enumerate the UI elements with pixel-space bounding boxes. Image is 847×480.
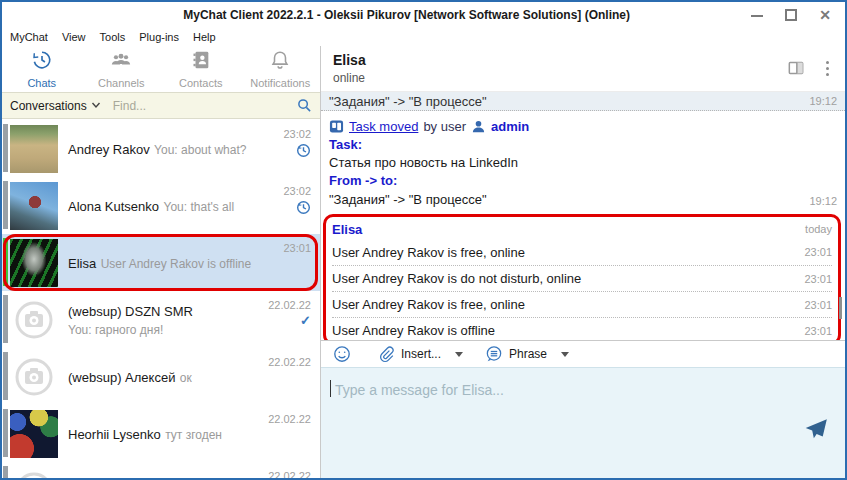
more-menu-icon[interactable] <box>824 59 831 78</box>
menu-bar: MyChat View Tools Plug-ins Help <box>2 27 845 46</box>
avatar <box>10 296 58 344</box>
insert-button[interactable]: Insert... <box>377 345 441 363</box>
conversation-preview: User Andrey Rakov is offline <box>101 257 252 271</box>
search-input[interactable]: Find... <box>113 99 297 113</box>
search-bar: Conversations Find... <box>2 92 320 119</box>
conversation-name: (websup) DSZN SMR <box>68 475 193 479</box>
status-message-text: User Andrey Rakov is free, online <box>332 245 804 260</box>
phrase-button[interactable]: Phrase <box>485 345 547 363</box>
camera-icon <box>10 467 58 479</box>
address-book-icon <box>190 49 212 75</box>
status-strip <box>3 295 8 343</box>
conversation-name: (websup) DSZN SMR <box>68 304 193 319</box>
conversation-preview: You: that's all <box>164 200 235 214</box>
conversation-item[interactable]: (websup) DSZN SMR You: гарного дня! 22.0… <box>2 291 320 348</box>
menu-help[interactable]: Help <box>193 31 216 43</box>
conversation-preview: You: гарного дня! <box>68 323 163 337</box>
task-moved-link[interactable]: Task moved <box>349 119 418 134</box>
insert-label: Insert... <box>401 347 441 361</box>
tab-channels[interactable]: Channels <box>82 46 162 92</box>
user-icon <box>471 119 486 134</box>
phrase-label: Phrase <box>509 347 547 361</box>
app-window: MyChat Client 2022.2.1 - Oleksii Pikurov… <box>0 0 847 480</box>
conversation-name: Heorhii Lysenko <box>68 427 161 442</box>
message-time: 19:12 <box>809 95 837 107</box>
bell-icon <box>269 49 291 75</box>
insert-dropdown-icon[interactable] <box>455 352 463 357</box>
scrollbar-thumb[interactable] <box>839 297 842 319</box>
fromto-label: From -> to: <box>329 173 837 191</box>
tab-chats[interactable]: Chats <box>2 46 82 92</box>
conversation-preview: You: about what? <box>154 143 246 157</box>
avatar <box>10 125 58 173</box>
chevron-down-icon <box>91 99 101 113</box>
task-label: Task: <box>329 137 837 155</box>
conversation-name: Andrey Rakov <box>68 142 150 157</box>
chat-header: Elisa online <box>321 46 845 92</box>
status-strip <box>3 352 8 400</box>
people-group-icon <box>110 49 132 75</box>
pending-clock-icon <box>296 143 311 158</box>
split-panel-icon[interactable] <box>786 58 806 78</box>
message-time: 23:01 <box>804 325 832 337</box>
status-message-text: User Andrey Rakov is do not disturb, onl… <box>332 271 804 286</box>
conversation-list: Andrey Rakov You: about what? 23:02 ✓ Al… <box>2 120 320 478</box>
chat-panel: Elisa online "Задания" -> "В процессе" 1… <box>320 46 845 478</box>
tab-contacts-label: Contacts <box>179 77 222 89</box>
conversation-time: 22.02.22 <box>268 299 311 311</box>
status-strip <box>3 124 8 172</box>
task-event-message: Task moved by user admin Task: Статья пр… <box>321 111 845 212</box>
message-input[interactable]: Type a message for Elisa... <box>321 367 845 478</box>
message-time: 23:01 <box>804 246 832 258</box>
conversation-time: 23:01 <box>283 242 311 254</box>
status-message-text: User Andrey Rakov is free, online <box>332 297 804 312</box>
conversation-item[interactable]: Alona Kutsenko You: that's all 23:02 ✓ <box>2 177 320 234</box>
avatar <box>10 353 58 401</box>
conversation-name: Elisa <box>68 256 96 271</box>
conversation-time: 22.02.22 <box>268 470 311 478</box>
menu-plugins[interactable]: Plug-ins <box>139 31 179 43</box>
message-time: 23:01 <box>804 273 832 285</box>
menu-tools[interactable]: Tools <box>100 31 126 43</box>
task-value: Статья про новость на LinkedIn <box>329 155 837 173</box>
sidebar: Chats Channels <box>2 46 320 478</box>
tab-chats-label: Chats <box>27 77 56 89</box>
tab-notifications[interactable]: Notifications <box>241 46 321 92</box>
message-sender: Elisa <box>332 222 805 237</box>
composer-toolbar: Insert... Phrase <box>321 340 845 367</box>
conversation-time: 22.02.22 <box>268 413 311 425</box>
conversation-time: 23:02 <box>283 185 311 197</box>
emoji-icon[interactable] <box>333 345 351 363</box>
task-moved-user[interactable]: admin <box>491 119 529 134</box>
phrase-dropdown-icon[interactable] <box>561 352 569 357</box>
conversations-filter[interactable]: Conversations <box>10 99 101 113</box>
avatar <box>10 239 58 287</box>
menu-mychat[interactable]: MyChat <box>10 31 48 43</box>
avatar <box>10 410 58 458</box>
maximize-icon[interactable] <box>785 9 797 21</box>
message-input-placeholder: Type a message for Elisa... <box>335 382 504 398</box>
conversation-item[interactable]: (websup) DSZN SMR інформації* 22.02.22 ✓ <box>2 462 320 478</box>
conversation-item[interactable]: (websup) Алексей ок 22.02.22 ✓ <box>2 348 320 405</box>
conversation-item[interactable]: Heorhii Lysenko тут згоден 22.02.22 ✓ <box>2 405 320 462</box>
status-strip <box>3 466 8 478</box>
tab-contacts[interactable]: Contacts <box>161 46 241 92</box>
menu-view[interactable]: View <box>62 31 86 43</box>
status-strip <box>3 238 8 286</box>
paperclip-icon <box>377 345 395 363</box>
conversation-item[interactable]: Elisa User Andrey Rakov is offline 23:01… <box>2 234 320 291</box>
message-history[interactable]: "Задания" -> "В процессе" 19:12 Task mov… <box>321 92 845 340</box>
camera-icon <box>10 353 58 401</box>
task-moved-by: by user <box>423 119 466 134</box>
search-icon[interactable] <box>297 98 312 113</box>
history-clock-icon <box>31 49 53 75</box>
avatar <box>10 182 58 230</box>
phrase-bubble-icon <box>485 345 503 363</box>
status-message-list: User Andrey Rakov is free, online 23:01 … <box>332 239 832 340</box>
conversation-preview: тут згоден <box>165 428 222 442</box>
send-icon[interactable] <box>803 416 829 442</box>
avatar <box>10 467 58 479</box>
conversation-item[interactable]: Andrey Rakov You: about what? 23:02 ✓ <box>2 120 320 177</box>
minimize-icon[interactable] <box>751 9 763 21</box>
close-icon[interactable]: ✕ <box>819 9 831 21</box>
